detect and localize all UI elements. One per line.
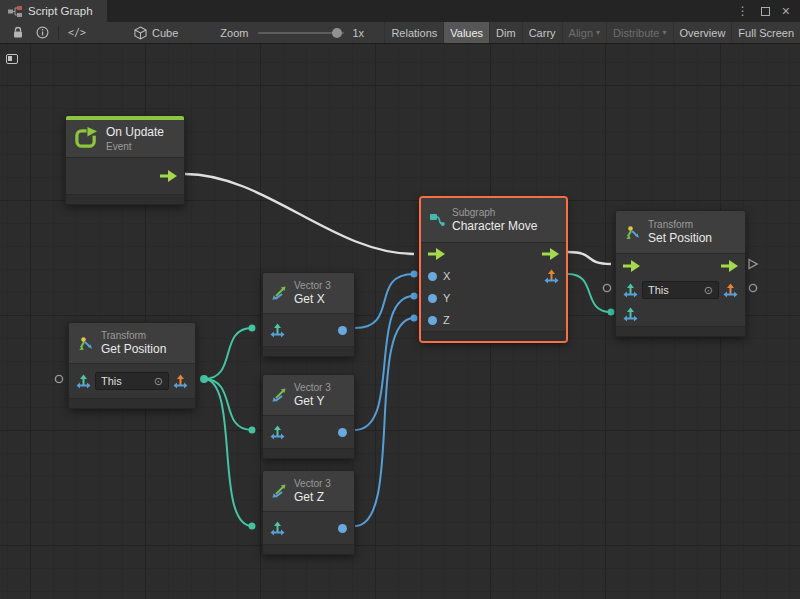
wire-getposition-to-gety[interactable] bbox=[204, 379, 252, 430]
node-set-position[interactable]: Transform Set Position bbox=[615, 210, 746, 337]
vector-input-port-icon[interactable] bbox=[623, 307, 638, 322]
loop-event-icon bbox=[74, 127, 99, 150]
this-field[interactable]: This ⊙ bbox=[95, 372, 169, 390]
vector-output-port-icon[interactable] bbox=[544, 269, 559, 284]
transform-output-port-icon[interactable] bbox=[723, 283, 738, 298]
tab-bar: Script Graph ⋮ × bbox=[0, 0, 800, 22]
transform-icon bbox=[624, 224, 641, 241]
graph-toolbar: </> Cube Zoom 1x Relations Values Dim Ca… bbox=[0, 22, 800, 44]
code-icon[interactable]: </> bbox=[62, 22, 92, 43]
overview-button[interactable]: Overview bbox=[673, 22, 732, 43]
align-button[interactable]: Align▾ bbox=[562, 22, 606, 43]
wire-charactermove-to-setposition[interactable] bbox=[568, 252, 611, 264]
y-input-port[interactable] bbox=[428, 294, 437, 303]
transform-input-port-icon[interactable] bbox=[623, 283, 638, 298]
values-button[interactable]: Values bbox=[443, 22, 489, 43]
node-get-z[interactable]: Vector 3 Get Z bbox=[262, 470, 355, 555]
float-output-port[interactable] bbox=[338, 326, 347, 335]
vector3-icon bbox=[271, 483, 287, 499]
carry-button[interactable]: Carry bbox=[522, 22, 562, 43]
node-get-x[interactable]: Vector 3 Get X bbox=[262, 272, 355, 357]
graph-target[interactable]: Cube bbox=[126, 26, 186, 40]
setposition-flow-output-empty-nub[interactable] bbox=[749, 260, 757, 269]
node-get-position[interactable]: Transform Get Position This ⊙ bbox=[68, 322, 196, 409]
fullscreen-button[interactable]: Full Screen bbox=[731, 22, 800, 43]
distribute-button[interactable]: Distribute▾ bbox=[606, 22, 672, 43]
node-footer bbox=[616, 326, 745, 336]
target-picker-icon[interactable]: ⊙ bbox=[704, 285, 713, 296]
script-graph-icon bbox=[8, 6, 22, 17]
wire-getposition-to-getx[interactable] bbox=[204, 328, 252, 379]
float-output-port[interactable] bbox=[338, 428, 347, 437]
relations-button[interactable]: Relations bbox=[384, 22, 443, 43]
setposition-this-empty-nub[interactable] bbox=[603, 284, 610, 291]
setposition-this-output-empty-nub[interactable] bbox=[749, 284, 756, 291]
node-kind: Vector 3 bbox=[294, 381, 331, 394]
x-input-port[interactable] bbox=[428, 272, 437, 281]
node-title: Set Position bbox=[648, 231, 712, 246]
menu-kebab-icon[interactable]: ⋮ bbox=[737, 5, 749, 17]
z-input-port[interactable] bbox=[428, 316, 437, 325]
canvas-corner-icon[interactable] bbox=[6, 54, 18, 64]
flow-input-port[interactable] bbox=[428, 248, 445, 260]
zoom-value: 1x bbox=[352, 27, 364, 39]
node-title: Get Position bbox=[101, 342, 166, 357]
zoom-slider[interactable] bbox=[258, 32, 344, 34]
float-output-port[interactable] bbox=[338, 524, 347, 533]
flow-output-port[interactable] bbox=[542, 248, 559, 260]
node-title: Get Z bbox=[294, 490, 331, 505]
wire-onupdate-to-charactermove[interactable] bbox=[185, 174, 414, 254]
maximize-icon[interactable] bbox=[761, 7, 770, 16]
wire-getz-to-charactermove[interactable] bbox=[355, 318, 414, 526]
getposition-output-nub[interactable] bbox=[200, 375, 208, 383]
node-kind: Transform bbox=[101, 329, 166, 342]
getx-input-nub[interactable] bbox=[249, 325, 256, 332]
setposition-value-input-nub[interactable] bbox=[608, 309, 615, 316]
node-footer bbox=[263, 346, 354, 356]
vector-output-port-icon[interactable] bbox=[173, 374, 188, 389]
flow-output-port[interactable] bbox=[160, 170, 177, 182]
lock-icon[interactable] bbox=[6, 22, 30, 43]
flow-input-port[interactable] bbox=[623, 260, 640, 272]
flow-output-port[interactable] bbox=[721, 260, 738, 272]
node-kind: Vector 3 bbox=[294, 279, 331, 292]
getz-input-nub[interactable] bbox=[249, 523, 256, 530]
charactermove-y-input-nub[interactable] bbox=[411, 293, 418, 300]
port-label-y: Y bbox=[443, 292, 450, 304]
vector-input-port-icon[interactable] bbox=[270, 425, 285, 440]
this-field[interactable]: This ⊙ bbox=[642, 281, 719, 299]
charactermove-x-input-nub[interactable] bbox=[411, 271, 418, 278]
node-get-y[interactable]: Vector 3 Get Y bbox=[262, 374, 355, 459]
info-icon[interactable] bbox=[30, 22, 55, 43]
node-title: Get X bbox=[294, 292, 331, 307]
node-title: On Update bbox=[106, 125, 164, 140]
transform-input-port-icon[interactable] bbox=[76, 374, 91, 389]
node-subtitle: Event bbox=[106, 140, 164, 153]
vector3-icon bbox=[271, 285, 287, 301]
cube-icon bbox=[134, 26, 147, 40]
node-footer bbox=[263, 448, 354, 458]
vector-input-port-icon[interactable] bbox=[270, 521, 285, 536]
chevron-down-icon: ▾ bbox=[596, 28, 600, 37]
graph-canvas[interactable]: On Update Event Transform bbox=[0, 44, 800, 599]
node-character-move[interactable]: Subgraph Character Move X bbox=[420, 197, 567, 342]
target-picker-icon[interactable]: ⊙ bbox=[154, 376, 163, 387]
node-on-update[interactable]: On Update Event bbox=[65, 115, 185, 205]
node-footer bbox=[69, 398, 195, 408]
zoom-slider-knob[interactable] bbox=[332, 28, 342, 38]
port-label-z: Z bbox=[443, 314, 450, 326]
getposition-this-empty-nub[interactable] bbox=[55, 375, 62, 382]
tab-script-graph[interactable]: Script Graph bbox=[0, 0, 107, 22]
node-kind: Transform bbox=[648, 218, 712, 231]
transform-icon bbox=[77, 335, 94, 352]
vector-input-port-icon[interactable] bbox=[270, 323, 285, 338]
wire-charactermove-to-setposition-value[interactable] bbox=[568, 274, 611, 312]
node-title: Character Move bbox=[452, 219, 537, 234]
graph-target-label: Cube bbox=[152, 27, 178, 39]
node-footer bbox=[66, 194, 184, 204]
dim-button[interactable]: Dim bbox=[489, 22, 522, 43]
charactermove-z-input-nub[interactable] bbox=[411, 315, 418, 322]
tab-title: Script Graph bbox=[28, 5, 93, 17]
close-icon[interactable]: × bbox=[782, 4, 790, 18]
gety-input-nub[interactable] bbox=[249, 427, 256, 434]
